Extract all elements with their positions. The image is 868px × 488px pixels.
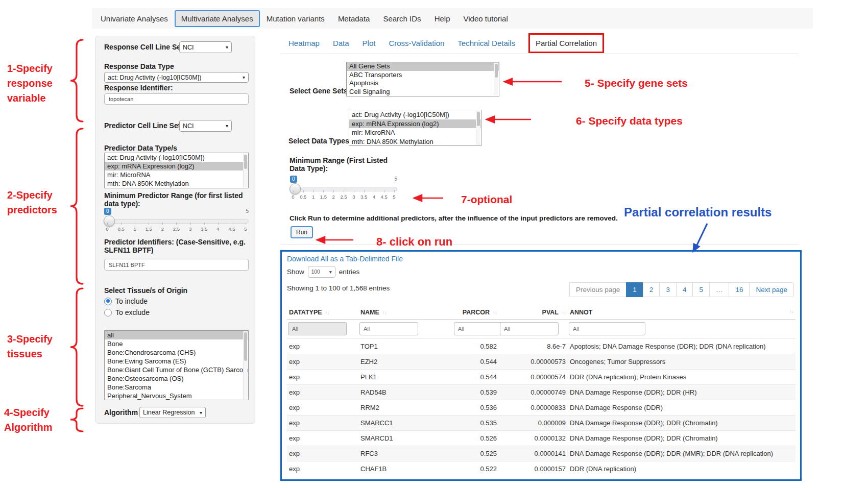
table-row[interactable]: exp PLK1 0.544 0.00000574 DDR (DNA repli…: [287, 370, 795, 385]
listbox-option[interactable]: mir: MicroRNA: [105, 170, 248, 179]
gene-sets-listbox[interactable]: All Gene SetsABC TransportersApoptosisCe…: [346, 62, 499, 96]
run-button[interactable]: Run: [291, 226, 313, 238]
annotation-step1: 1-Specify response variable: [7, 61, 53, 106]
nav-item[interactable]: Video tutorial: [456, 10, 514, 27]
response-identifier-input[interactable]: [104, 93, 249, 105]
table-row[interactable]: exp EZH2 0.544 0.00000573 Oncogenes; Tum…: [287, 354, 795, 370]
tab[interactable]: Plot: [363, 39, 376, 47]
nav-item[interactable]: Univariate Analyses: [94, 10, 175, 27]
scrollbar[interactable]: [476, 111, 480, 145]
scrollbar[interactable]: [243, 331, 248, 399]
algorithm-value: Linear Regression: [143, 409, 195, 416]
tab[interactable]: Cross-Validation: [389, 39, 444, 47]
filter-pval-input[interactable]: [500, 322, 559, 335]
listbox-option[interactable]: all: [105, 331, 248, 339]
listbox-option[interactable]: Bone: [105, 339, 248, 348]
table-row[interactable]: exp RRM2 0.536 0.00000833 DNA Damage Res…: [287, 400, 795, 416]
filter-datatype-input[interactable]: [288, 322, 347, 335]
table-row[interactable]: exp TOP1 0.582 8.6e-7 Apoptosis; DNA Dam…: [287, 339, 795, 354]
cell-pval: 0.00000573: [499, 354, 568, 370]
listbox-option[interactable]: act: Drug Activity (-log10[IC50M]): [105, 153, 248, 162]
listbox-option[interactable]: act: Drug Activity (-log10[IC50M]): [349, 110, 481, 119]
listbox-option[interactable]: Bone:Chondrosarcoma (CHS): [105, 348, 248, 357]
response-data-type-select[interactable]: act: Drug Activity (-log10[IC50M])▾: [104, 72, 249, 83]
response-cell-line-select[interactable]: NCI▾: [179, 41, 232, 53]
slider-tick-label: 1: [311, 194, 316, 200]
tissue-listbox[interactable]: allBoneBone:Chondrosarcoma (CHS)Bone:Ewi…: [104, 330, 249, 400]
sort-icon[interactable]: ↑↓: [382, 310, 387, 315]
nav-item[interactable]: Help: [428, 10, 457, 27]
table-row[interactable]: exp SMARCC1 0.535 0.000009 DNA Damage Re…: [287, 416, 795, 431]
min-range-slider[interactable]: 0 5 00.511.522.533.544.55: [290, 176, 397, 202]
nav-item[interactable]: Multivariate Analyses: [175, 10, 260, 27]
pagination-button[interactable]: 5: [692, 282, 710, 297]
predictor-cell-line-select[interactable]: NCI▾: [179, 120, 232, 132]
tissue-exclude-radio[interactable]: To exclude: [104, 308, 150, 316]
listbox-option[interactable]: Bone:Ewing Sarcoma (ES): [105, 357, 248, 365]
listbox-option[interactable]: Bone:Osteosarcoma (OS): [105, 374, 248, 383]
algorithm-select[interactable]: Linear Regression▾: [139, 407, 206, 418]
predictor-data-types-listbox[interactable]: act: Drug Activity (-log10[IC50M])exp: m…: [104, 153, 249, 188]
slider-handle[interactable]: [104, 215, 115, 227]
pagination-button[interactable]: 3: [659, 282, 677, 297]
slider-handle[interactable]: [290, 183, 301, 194]
column-header-pval[interactable]: PVAL↑↓: [499, 306, 568, 320]
pagination-button[interactable]: Next page: [749, 282, 794, 297]
scrollbar[interactable]: [243, 154, 248, 187]
cell-annot: DDR (DNA replication): [568, 461, 795, 477]
sort-icon[interactable]: ↑↓: [789, 309, 793, 314]
tissue-include-radio[interactable]: To include: [104, 297, 148, 305]
tab[interactable]: Heatmap: [288, 39, 320, 47]
listbox-option[interactable]: exp: mRNA Expression (log2): [349, 119, 481, 129]
listbox-option[interactable]: mth: DNA 850K Methylation: [349, 137, 481, 147]
listbox-option[interactable]: Bone:Giant Cell Tumor of Bone (GCTB) Sar…: [105, 365, 248, 374]
min-predictor-range-slider[interactable]: 0 5 00.511.522.533.544.55: [104, 208, 249, 234]
listbox-option[interactable]: exp: mRNA Expression (log2): [105, 162, 248, 170]
table-row[interactable]: exp SMARCD1 0.526 0.0000132 DNA Damage R…: [287, 431, 795, 446]
table-row[interactable]: exp RAD54B 0.539 0.00000749 DNA Damage R…: [287, 385, 795, 400]
sort-icon[interactable]: ↑↓: [562, 310, 566, 315]
pagination-button[interactable]: 2: [643, 282, 660, 297]
pagination-button[interactable]: …: [709, 282, 730, 297]
sort-icon[interactable]: ↑↓: [493, 310, 497, 315]
table-row[interactable]: exp CHAF1B 0.522 0.0000157 DDR (DNA repl…: [287, 461, 795, 477]
filter-name-input[interactable]: [359, 322, 418, 335]
sort-icon[interactable]: ↑↓: [325, 310, 329, 315]
filter-annot-input[interactable]: [569, 322, 645, 335]
listbox-option[interactable]: ABC Transporters: [347, 71, 499, 80]
pagination-button[interactable]: Previous page: [569, 282, 626, 297]
pagination-button[interactable]: 4: [676, 282, 693, 297]
listbox-option[interactable]: Peripheral_Nervous_System: [105, 392, 248, 400]
scrollbar[interactable]: [494, 63, 498, 95]
tab[interactable]: Technical Details: [457, 39, 515, 47]
top-nav: Univariate AnalysesMultivariate Analyses…: [92, 8, 813, 29]
nav-item[interactable]: Metadata: [331, 10, 377, 27]
show-entries-select[interactable]: 100▾: [308, 266, 335, 278]
predictor-identifiers-input[interactable]: [104, 259, 249, 271]
pagination-button[interactable]: 16: [729, 282, 750, 297]
column-header-parcor[interactable]: PARCOR↑↓: [453, 306, 499, 320]
nav-item[interactable]: Mutation variants: [260, 10, 331, 27]
tab[interactable]: Data: [333, 39, 349, 47]
brace-4-icon: [70, 408, 83, 431]
column-header-annot[interactable]: ANNOT↑↓: [568, 306, 795, 320]
nav-item[interactable]: Search IDs: [376, 10, 427, 27]
column-header-name[interactable]: NAME↑↓: [358, 306, 453, 320]
tab[interactable]: Partial Correlation: [528, 33, 604, 53]
column-header-datatype[interactable]: DATATYPE↑↓: [287, 306, 358, 320]
listbox-option[interactable]: Bone:Sarcoma: [105, 383, 248, 392]
slider-ticks: 00.511.522.533.544.55: [291, 194, 396, 200]
listbox-option[interactable]: All Gene Sets: [347, 62, 499, 71]
listbox-option[interactable]: Apoptosis: [347, 79, 499, 88]
download-link[interactable]: Download All as a Tab-Delimited File: [287, 255, 403, 263]
data-types-listbox[interactable]: act: Drug Activity (-log10[IC50M])exp: m…: [349, 110, 481, 146]
table-row[interactable]: exp RFC3 0.525 0.0000141 DNA Damage Resp…: [287, 446, 795, 461]
listbox-option[interactable]: mir: MicroRNA: [349, 128, 481, 137]
cell-pval: 0.000009: [499, 416, 568, 431]
section-divider: [281, 244, 799, 245]
pagination-button[interactable]: 1: [626, 282, 643, 297]
listbox-option[interactable]: Cell Signaling: [347, 88, 499, 96]
showing-status: Showing 1 to 100 of 1,568 entries: [287, 284, 390, 292]
cell-pval: 0.0000132: [499, 431, 568, 446]
listbox-option[interactable]: mth: DNA 850K Methylation: [105, 179, 248, 188]
